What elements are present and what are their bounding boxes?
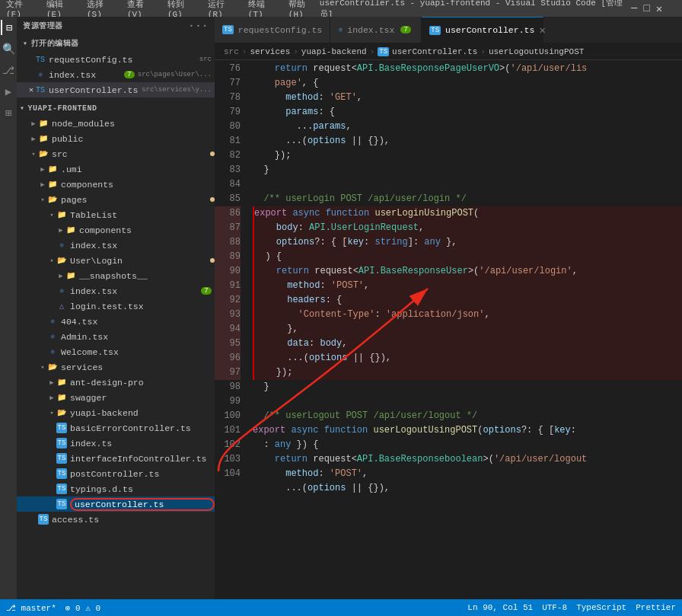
sidebar-item-public[interactable]: ▶ 📁 public	[17, 131, 215, 146]
menu-goto[interactable]: 转到(G)	[167, 0, 199, 19]
ts-icon: TS	[56, 484, 67, 494]
close-icon[interactable]: ✕	[29, 85, 33, 94]
folder-icon: 📁	[56, 392, 67, 403]
open-editor-indextsx[interactable]: ⚛ index.tsx 7 src\pages\User\...	[17, 67, 215, 82]
arrow-icon: ▾	[47, 408, 56, 417]
activity-search[interactable]: 🔍	[1, 41, 16, 56]
folder-icon: 📁	[47, 179, 58, 190]
sidebar-item-index-tsx[interactable]: ⚛ index.tsx 7	[17, 283, 215, 298]
sidebar-item-tl-index[interactable]: ⚛ index.tsx	[17, 238, 215, 253]
activity-explorer[interactable]: ⊟	[1, 20, 16, 35]
sidebar-item-tablelist[interactable]: ▾ 📁 TableList	[17, 207, 215, 222]
sidebar-item-services[interactable]: ▾ 📂 services	[17, 359, 215, 375]
tab-usercontroller[interactable]: TS userController.ts ✕	[422, 17, 543, 43]
code-line-89: ) {	[253, 250, 682, 264]
folder-icon: 📁	[38, 133, 49, 144]
sidebar-content: ▾ 打开的编辑器 TS requestConfig.ts src ⚛ index…	[17, 35, 215, 599]
code-line-102: : any }) {	[253, 438, 682, 452]
maximize-button[interactable]: □	[643, 2, 649, 14]
sidebar-item-welcome[interactable]: ⚛ Welcome.tsx	[17, 344, 215, 359]
project-label: YUAPI-FRONTEND	[28, 104, 97, 113]
open-editor-usercontroller[interactable]: ✕ TS userController.ts src\services\y...	[17, 82, 215, 97]
explorer-header[interactable]: 资源管理器 ···	[17, 17, 215, 35]
sidebar-item-404[interactable]: ⚛ 404.tsx	[17, 314, 215, 329]
statusbar: ⎇ master* ⊗ 0 ⚠ 0 Ln 90, Col 51 UTF-8 Ty…	[0, 599, 682, 616]
sidebar-item-userlogin[interactable]: ▾ 📂 User\Login	[17, 253, 215, 268]
titlebar: 文件(F) 编辑(E) 选择(S) 查看(V) 转到(G) 运行(R) 终端(T…	[0, 0, 682, 17]
code-line-91: method: 'POST',	[253, 279, 682, 293]
status-formatter[interactable]: Prettier	[636, 603, 676, 612]
activity-debug[interactable]: ▶	[1, 84, 16, 99]
tabs-bar: TS requestConfig.ts ⚛ index.tsx 7 TS use…	[215, 17, 682, 43]
sidebar-item-access[interactable]: TS access.ts	[17, 512, 215, 527]
activity-scm[interactable]: ⎇	[1, 62, 16, 78]
menu-run[interactable]: 运行(R)	[208, 0, 239, 19]
menu-terminal[interactable]: 终端(T)	[248, 0, 279, 19]
open-editors-header[interactable]: ▾ 打开的编辑器	[17, 35, 215, 52]
snapshots-label: __snapshots__	[79, 271, 215, 281]
sidebar-item-post-controller[interactable]: TS postController.ts	[17, 466, 215, 481]
sidebar-item-umi[interactable]: ▶ 📁 .umi	[17, 161, 215, 177]
menu-select[interactable]: 选择(S)	[87, 0, 118, 19]
sidebar-item-pages[interactable]: ▾ 📂 pages	[17, 192, 215, 207]
line-numbers: 76 77 78 79 80 81 82 83 84 85 86 87 88 8…	[215, 60, 247, 599]
code-line-88: options?: { [key: string]: any },	[253, 235, 682, 250]
code-editor[interactable]: return request<API.BaseResponsePageUserV…	[247, 60, 682, 599]
explorer-more[interactable]: ···	[188, 20, 209, 32]
minimize-button[interactable]: ─	[631, 2, 637, 14]
arrow-icon: ▶	[38, 164, 47, 174]
folder-open-icon: 📂	[38, 148, 49, 159]
folder-open-icon: 📂	[47, 194, 58, 205]
menu-file[interactable]: 文件(F)	[6, 0, 37, 19]
explorer-title: 资源管理器	[23, 21, 63, 31]
sidebar-item-login-test[interactable]: △ login.test.tsx	[17, 298, 215, 314]
status-encoding[interactable]: UTF-8	[542, 603, 567, 612]
sidebar-item-components[interactable]: ▶ 📁 components	[17, 177, 215, 192]
sidebar-item-index-ts[interactable]: TS index.ts	[17, 436, 215, 451]
open-editor-requestconfig-label: requestConfig.ts	[49, 55, 199, 65]
arrow-icon: ▶	[38, 180, 47, 189]
status-position[interactable]: Ln 90, Col 51	[467, 603, 533, 612]
menu-help[interactable]: 帮助(H)	[288, 0, 320, 19]
close-button[interactable]: ✕	[656, 2, 662, 15]
sidebar-item-node_modules[interactable]: ▶ 📁 node_modules	[17, 116, 215, 131]
sidebar-item-admin[interactable]: ⚛ Admin.tsx	[17, 329, 215, 344]
open-editor-requestconfig[interactable]: TS requestConfig.ts src	[17, 52, 215, 67]
menu-bar[interactable]: 文件(F) 编辑(E) 选择(S) 查看(V) 转到(G) 运行(R) 终端(T…	[6, 0, 320, 19]
sidebar-item-yuapi-backend[interactable]: ▾ 📂 yuapi-backend	[17, 405, 215, 420]
breadcrumb-ts-icon: TS	[378, 47, 389, 56]
sidebar-item-interface-info[interactable]: TS interfaceInfoController.ts	[17, 451, 215, 466]
breadcrumb-yuapi: yuapi-backend	[301, 47, 367, 56]
userlogin-label: User\Login	[70, 256, 207, 266]
project-header[interactable]: ▾ YUAPI-FRONTEND	[17, 101, 215, 116]
menu-edit[interactable]: 编辑(E)	[46, 0, 78, 19]
status-language[interactable]: TypeScript	[576, 603, 626, 612]
arrow-icon: ▶	[29, 119, 38, 128]
sidebar: 资源管理器 ··· ▾ 打开的编辑器 TS requestConfig.ts s…	[17, 17, 215, 599]
arrow-icon: ▶	[29, 134, 38, 143]
tab-requestconfig[interactable]: TS requestConfig.ts	[215, 17, 330, 43]
tab-close-button[interactable]: ✕	[539, 24, 545, 37]
sidebar-item-ant-design[interactable]: ▶ 📁 ant-design-pro	[17, 375, 215, 390]
tab-indextsx[interactable]: ⚛ index.tsx 7	[330, 17, 422, 43]
status-errors[interactable]: ⊗ 0 ⚠ 0	[65, 603, 100, 613]
tsx-icon: ⚛	[56, 240, 67, 251]
sidebar-item-snapshots[interactable]: ▶ 📁 __snapshots__	[17, 268, 215, 283]
activity-extensions[interactable]: ⊞	[1, 105, 16, 120]
open-editors-arrow: ▾	[23, 39, 28, 48]
breadcrumb-src: src	[224, 47, 239, 56]
menu-view[interactable]: 查看(V)	[127, 0, 158, 19]
tab-requestconfig-label: requestConfig.ts	[238, 25, 322, 35]
sidebar-item-swagger[interactable]: ▶ 📁 swagger	[17, 390, 215, 405]
status-branch[interactable]: ⎇ master*	[6, 603, 56, 613]
editor-area[interactable]: 76 77 78 79 80 81 82 83 84 85 86 87 88 8…	[215, 60, 682, 599]
arrow-icon: ▾	[38, 195, 47, 204]
sidebar-item-usercontroller[interactable]: TS userController.ts	[17, 496, 215, 512]
code-line-95: data: body,	[253, 337, 682, 351]
ts-icon2: TS	[35, 85, 46, 95]
sidebar-item-typings[interactable]: TS typings.d.ts	[17, 481, 215, 496]
sidebar-item-src[interactable]: ▾ 📂 src	[17, 146, 215, 161]
sidebar-item-tl-components[interactable]: ▶ 📁 components	[17, 222, 215, 238]
tsx-icon: ⚛	[47, 346, 58, 357]
sidebar-item-basic-error[interactable]: TS basicErrorController.ts	[17, 420, 215, 436]
